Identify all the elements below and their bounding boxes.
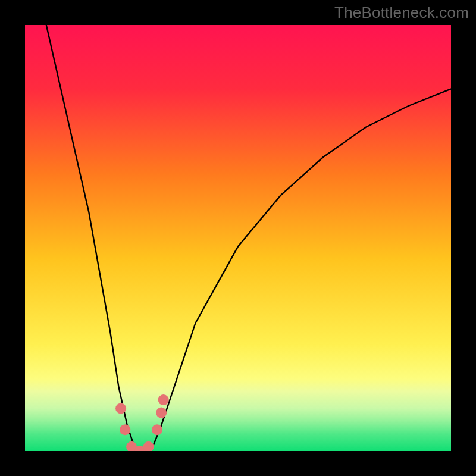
watermark-text: TheBottleneck.com <box>334 4 469 22</box>
curve-marker <box>158 394 169 405</box>
curve-markers <box>115 394 169 451</box>
plot-area <box>25 25 451 451</box>
curve-marker <box>120 424 130 435</box>
curve-marker <box>156 408 167 418</box>
curve-path <box>46 25 451 451</box>
curve-marker <box>143 441 154 451</box>
chart-frame: TheBottleneck.com <box>0 0 476 476</box>
bottleneck-curve <box>25 25 451 451</box>
curve-marker <box>115 403 126 414</box>
curve-marker <box>152 424 162 435</box>
